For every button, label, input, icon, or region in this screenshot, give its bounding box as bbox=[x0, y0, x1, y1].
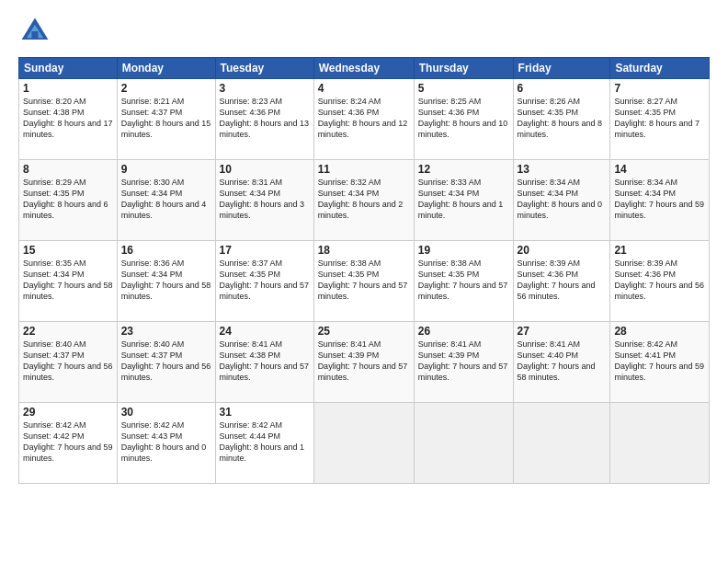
calendar-week-5: 29Sunrise: 8:42 AM Sunset: 4:42 PM Dayli… bbox=[19, 403, 710, 484]
day-info: Sunrise: 8:35 AM Sunset: 4:34 PM Dayligh… bbox=[23, 258, 113, 303]
weekday-header-row: SundayMondayTuesdayWednesdayThursdayFrid… bbox=[19, 58, 710, 79]
calendar-day-4: 4Sunrise: 8:24 AM Sunset: 4:36 PM Daylig… bbox=[313, 79, 414, 160]
day-number: 31 bbox=[220, 406, 310, 419]
day-number: 12 bbox=[418, 163, 509, 176]
weekday-header-tuesday: Tuesday bbox=[215, 58, 313, 79]
weekday-header-thursday: Thursday bbox=[414, 58, 513, 79]
day-info: Sunrise: 8:39 AM Sunset: 4:36 PM Dayligh… bbox=[614, 258, 705, 303]
day-number: 3 bbox=[220, 82, 310, 95]
day-info: Sunrise: 8:40 AM Sunset: 4:37 PM Dayligh… bbox=[23, 339, 113, 384]
calendar-week-1: 1Sunrise: 8:20 AM Sunset: 4:38 PM Daylig… bbox=[19, 79, 710, 160]
weekday-header-friday: Friday bbox=[513, 58, 610, 79]
day-info: Sunrise: 8:38 AM Sunset: 4:35 PM Dayligh… bbox=[318, 258, 410, 303]
day-number: 21 bbox=[614, 244, 705, 257]
calendar-day-30: 30Sunrise: 8:42 AM Sunset: 4:43 PM Dayli… bbox=[117, 403, 215, 484]
day-info: Sunrise: 8:29 AM Sunset: 4:35 PM Dayligh… bbox=[23, 177, 113, 222]
day-info: Sunrise: 8:34 AM Sunset: 4:34 PM Dayligh… bbox=[614, 177, 705, 222]
day-number: 25 bbox=[318, 325, 410, 338]
logo bbox=[18, 15, 55, 48]
day-number: 6 bbox=[518, 82, 607, 95]
empty-cell bbox=[610, 403, 710, 484]
calendar-day-20: 20Sunrise: 8:39 AM Sunset: 4:36 PM Dayli… bbox=[513, 241, 610, 322]
day-number: 24 bbox=[220, 325, 310, 338]
day-number: 28 bbox=[614, 325, 705, 338]
calendar-day-17: 17Sunrise: 8:37 AM Sunset: 4:35 PM Dayli… bbox=[215, 241, 313, 322]
day-info: Sunrise: 8:27 AM Sunset: 4:35 PM Dayligh… bbox=[614, 96, 705, 141]
day-number: 27 bbox=[518, 325, 607, 338]
day-info: Sunrise: 8:30 AM Sunset: 4:34 PM Dayligh… bbox=[121, 177, 211, 222]
day-info: Sunrise: 8:42 AM Sunset: 4:44 PM Dayligh… bbox=[220, 419, 310, 465]
calendar-day-24: 24Sunrise: 8:41 AM Sunset: 4:38 PM Dayli… bbox=[215, 322, 313, 403]
day-info: Sunrise: 8:23 AM Sunset: 4:36 PM Dayligh… bbox=[220, 96, 310, 141]
day-info: Sunrise: 8:38 AM Sunset: 4:35 PM Dayligh… bbox=[418, 258, 509, 303]
calendar-day-10: 10Sunrise: 8:31 AM Sunset: 4:34 PM Dayli… bbox=[215, 160, 313, 241]
calendar-week-3: 15Sunrise: 8:35 AM Sunset: 4:34 PM Dayli… bbox=[19, 241, 710, 322]
calendar-day-3: 3Sunrise: 8:23 AM Sunset: 4:36 PM Daylig… bbox=[215, 79, 313, 160]
calendar-week-2: 8Sunrise: 8:29 AM Sunset: 4:35 PM Daylig… bbox=[19, 160, 710, 241]
day-number: 23 bbox=[121, 325, 211, 338]
svg-rect-2 bbox=[31, 31, 38, 40]
day-info: Sunrise: 8:41 AM Sunset: 4:40 PM Dayligh… bbox=[518, 339, 607, 384]
weekday-header-sunday: Sunday bbox=[19, 58, 118, 79]
day-number: 17 bbox=[220, 244, 310, 257]
calendar-day-19: 19Sunrise: 8:38 AM Sunset: 4:35 PM Dayli… bbox=[414, 241, 513, 322]
calendar-day-31: 31Sunrise: 8:42 AM Sunset: 4:44 PM Dayli… bbox=[215, 403, 313, 484]
empty-cell bbox=[513, 403, 610, 484]
day-info: Sunrise: 8:36 AM Sunset: 4:34 PM Dayligh… bbox=[121, 258, 211, 303]
calendar-day-22: 22Sunrise: 8:40 AM Sunset: 4:37 PM Dayli… bbox=[19, 322, 118, 403]
day-number: 2 bbox=[121, 82, 211, 95]
header bbox=[18, 15, 710, 48]
calendar-week-4: 22Sunrise: 8:40 AM Sunset: 4:37 PM Dayli… bbox=[19, 322, 710, 403]
day-number: 30 bbox=[121, 406, 211, 419]
calendar-day-16: 16Sunrise: 8:36 AM Sunset: 4:34 PM Dayli… bbox=[117, 241, 215, 322]
day-number: 16 bbox=[121, 244, 211, 257]
day-number: 10 bbox=[220, 163, 310, 176]
day-info: Sunrise: 8:33 AM Sunset: 4:34 PM Dayligh… bbox=[418, 177, 509, 222]
day-info: Sunrise: 8:31 AM Sunset: 4:34 PM Dayligh… bbox=[220, 177, 310, 222]
day-info: Sunrise: 8:42 AM Sunset: 4:43 PM Dayligh… bbox=[121, 419, 211, 465]
page: SundayMondayTuesdayWednesdayThursdayFrid… bbox=[0, 0, 728, 563]
calendar-day-11: 11Sunrise: 8:32 AM Sunset: 4:34 PM Dayli… bbox=[313, 160, 414, 241]
day-info: Sunrise: 8:40 AM Sunset: 4:37 PM Dayligh… bbox=[121, 339, 211, 384]
empty-cell bbox=[414, 403, 513, 484]
day-info: Sunrise: 8:25 AM Sunset: 4:36 PM Dayligh… bbox=[418, 96, 509, 141]
day-info: Sunrise: 8:41 AM Sunset: 4:38 PM Dayligh… bbox=[220, 339, 310, 384]
calendar-day-26: 26Sunrise: 8:41 AM Sunset: 4:39 PM Dayli… bbox=[414, 322, 513, 403]
calendar-day-23: 23Sunrise: 8:40 AM Sunset: 4:37 PM Dayli… bbox=[117, 322, 215, 403]
day-info: Sunrise: 8:21 AM Sunset: 4:37 PM Dayligh… bbox=[121, 96, 211, 141]
day-info: Sunrise: 8:42 AM Sunset: 4:42 PM Dayligh… bbox=[23, 419, 113, 465]
weekday-header-saturday: Saturday bbox=[610, 58, 710, 79]
weekday-header-wednesday: Wednesday bbox=[313, 58, 414, 79]
calendar-day-15: 15Sunrise: 8:35 AM Sunset: 4:34 PM Dayli… bbox=[19, 241, 118, 322]
calendar-day-14: 14Sunrise: 8:34 AM Sunset: 4:34 PM Dayli… bbox=[610, 160, 710, 241]
day-info: Sunrise: 8:42 AM Sunset: 4:41 PM Dayligh… bbox=[614, 339, 705, 384]
day-number: 4 bbox=[318, 82, 410, 95]
calendar-day-9: 9Sunrise: 8:30 AM Sunset: 4:34 PM Daylig… bbox=[117, 160, 215, 241]
day-info: Sunrise: 8:26 AM Sunset: 4:35 PM Dayligh… bbox=[518, 96, 607, 141]
day-info: Sunrise: 8:39 AM Sunset: 4:36 PM Dayligh… bbox=[518, 258, 607, 303]
day-number: 9 bbox=[121, 163, 211, 176]
logo-icon bbox=[18, 15, 51, 48]
calendar-day-2: 2Sunrise: 8:21 AM Sunset: 4:37 PM Daylig… bbox=[117, 79, 215, 160]
calendar-day-6: 6Sunrise: 8:26 AM Sunset: 4:35 PM Daylig… bbox=[513, 79, 610, 160]
day-number: 13 bbox=[518, 163, 607, 176]
weekday-header-monday: Monday bbox=[117, 58, 215, 79]
day-info: Sunrise: 8:41 AM Sunset: 4:39 PM Dayligh… bbox=[318, 339, 410, 384]
calendar-day-5: 5Sunrise: 8:25 AM Sunset: 4:36 PM Daylig… bbox=[414, 79, 513, 160]
day-number: 1 bbox=[23, 82, 113, 95]
empty-cell bbox=[313, 403, 414, 484]
day-number: 22 bbox=[23, 325, 113, 338]
day-info: Sunrise: 8:41 AM Sunset: 4:39 PM Dayligh… bbox=[418, 339, 509, 384]
calendar-day-25: 25Sunrise: 8:41 AM Sunset: 4:39 PM Dayli… bbox=[313, 322, 414, 403]
day-number: 8 bbox=[23, 163, 113, 176]
day-number: 14 bbox=[614, 163, 705, 176]
day-number: 5 bbox=[418, 82, 509, 95]
day-number: 15 bbox=[23, 244, 113, 257]
calendar-day-21: 21Sunrise: 8:39 AM Sunset: 4:36 PM Dayli… bbox=[610, 241, 710, 322]
calendar-day-1: 1Sunrise: 8:20 AM Sunset: 4:38 PM Daylig… bbox=[19, 79, 118, 160]
day-info: Sunrise: 8:37 AM Sunset: 4:35 PM Dayligh… bbox=[220, 258, 310, 303]
calendar-day-28: 28Sunrise: 8:42 AM Sunset: 4:41 PM Dayli… bbox=[610, 322, 710, 403]
day-number: 20 bbox=[518, 244, 607, 257]
calendar-day-8: 8Sunrise: 8:29 AM Sunset: 4:35 PM Daylig… bbox=[19, 160, 118, 241]
day-number: 26 bbox=[418, 325, 509, 338]
